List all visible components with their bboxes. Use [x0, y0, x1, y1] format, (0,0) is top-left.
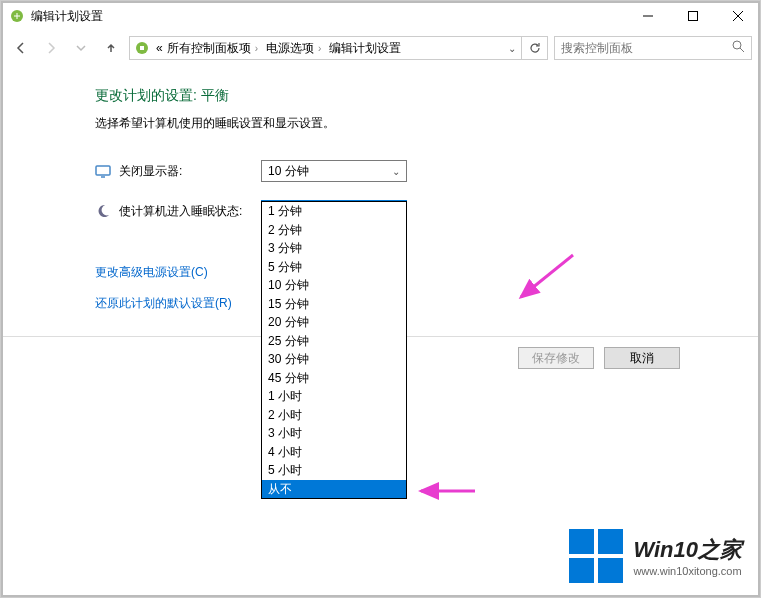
- label-display-off: 关闭显示器:: [119, 163, 182, 180]
- dropdown-option[interactable]: 15 分钟: [262, 295, 406, 314]
- dropdown-option[interactable]: 2 小时: [262, 406, 406, 425]
- window-title: 编辑计划设置: [31, 8, 103, 25]
- watermark-title: Win10之家: [633, 535, 742, 565]
- chevron-right-icon: ›: [251, 43, 262, 54]
- cancel-button[interactable]: 取消: [604, 347, 680, 369]
- dropdown-option[interactable]: 5 小时: [262, 461, 406, 480]
- minimize-button[interactable]: [625, 1, 670, 31]
- address-bar[interactable]: « 所有控制面板项› 电源选项› 编辑计划设置 ⌄: [129, 36, 548, 60]
- windows-logo-icon: [569, 529, 623, 583]
- page-subtext: 选择希望计算机使用的睡眠设置和显示设置。: [95, 115, 740, 132]
- svg-rect-9: [96, 166, 110, 175]
- window-icon: [9, 8, 25, 24]
- chevron-right-icon: ›: [314, 43, 325, 54]
- nav-back-button[interactable]: [9, 36, 33, 60]
- breadcrumb-prefix: «: [154, 41, 165, 55]
- combo-display-off[interactable]: 10 分钟 ⌄: [261, 160, 407, 182]
- chevron-down-icon: ⌄: [392, 166, 400, 177]
- dropdown-option[interactable]: 从不: [262, 480, 406, 499]
- window-controls: [625, 1, 760, 31]
- nav-forward-button[interactable]: [39, 36, 63, 60]
- close-button[interactable]: [715, 1, 760, 31]
- breadcrumb-item[interactable]: 电源选项›: [264, 40, 327, 57]
- breadcrumb-item[interactable]: 编辑计划设置: [327, 40, 403, 57]
- dropdown-option[interactable]: 2 分钟: [262, 221, 406, 240]
- breadcrumb-item[interactable]: 所有控制面板项›: [165, 40, 264, 57]
- monitor-icon: [95, 163, 111, 179]
- link-advanced-settings[interactable]: 更改高级电源设置(C): [95, 264, 740, 281]
- dropdown-option[interactable]: 5 分钟: [262, 258, 406, 277]
- refresh-button[interactable]: [521, 36, 547, 60]
- nav-recent-button[interactable]: [69, 36, 93, 60]
- search-icon: [732, 40, 745, 56]
- save-button[interactable]: 保存修改: [518, 347, 594, 369]
- titlebar: 编辑计划设置: [1, 1, 760, 31]
- dropdown-option[interactable]: 4 小时: [262, 443, 406, 462]
- sleep-dropdown-list[interactable]: 1 分钟2 分钟3 分钟5 分钟10 分钟15 分钟20 分钟25 分钟30 分…: [261, 201, 407, 499]
- dropdown-option[interactable]: 3 小时: [262, 424, 406, 443]
- dropdown-option[interactable]: 45 分钟: [262, 369, 406, 388]
- content-area: 更改计划的设置: 平衡 选择希望计算机使用的睡眠设置和显示设置。 关闭显示器: …: [1, 65, 760, 312]
- page-heading: 更改计划的设置: 平衡: [95, 87, 740, 105]
- dropdown-option[interactable]: 25 分钟: [262, 332, 406, 351]
- dropdown-option[interactable]: 3 分钟: [262, 239, 406, 258]
- dropdown-option[interactable]: 30 分钟: [262, 350, 406, 369]
- toolbar: « 所有控制面板项› 电源选项› 编辑计划设置 ⌄ 搜索控制面板: [1, 31, 760, 65]
- dropdown-option[interactable]: 1 小时: [262, 387, 406, 406]
- control-panel-icon: [134, 40, 150, 56]
- address-dropdown-button[interactable]: ⌄: [503, 43, 521, 54]
- combo-display-off-value: 10 分钟: [268, 163, 309, 180]
- maximize-button[interactable]: [670, 1, 715, 31]
- watermark-url: www.win10xitong.com: [633, 565, 742, 577]
- svg-rect-2: [688, 12, 697, 21]
- moon-icon: [95, 203, 111, 219]
- dropdown-option[interactable]: 1 分钟: [262, 202, 406, 221]
- titlebar-left: 编辑计划设置: [9, 8, 103, 25]
- dropdown-option[interactable]: 20 分钟: [262, 313, 406, 332]
- search-input[interactable]: 搜索控制面板: [554, 36, 752, 60]
- svg-rect-6: [140, 46, 144, 50]
- label-sleep: 使计算机进入睡眠状态:: [119, 203, 242, 220]
- watermark: Win10之家 www.win10xitong.com: [569, 529, 742, 583]
- svg-line-8: [740, 48, 744, 52]
- row-display-off: 关闭显示器: 10 分钟 ⌄: [95, 160, 740, 182]
- nav-up-button[interactable]: [99, 36, 123, 60]
- row-sleep: 使计算机进入睡眠状态: 45 分钟 ⌄: [95, 200, 740, 222]
- search-placeholder: 搜索控制面板: [561, 40, 633, 57]
- link-restore-defaults[interactable]: 还原此计划的默认设置(R): [95, 295, 740, 312]
- svg-point-7: [733, 41, 741, 49]
- dropdown-option[interactable]: 10 分钟: [262, 276, 406, 295]
- annotation-arrow-bottom: [413, 481, 483, 501]
